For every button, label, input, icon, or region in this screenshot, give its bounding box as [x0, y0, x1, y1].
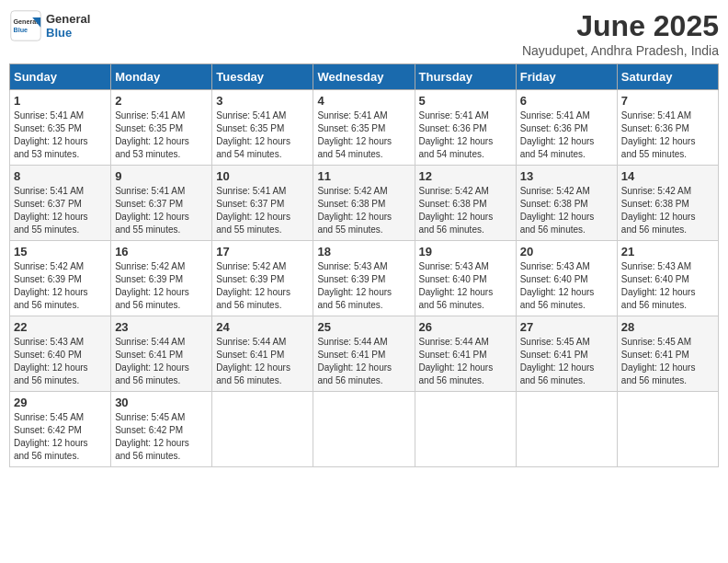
day-number: 6 — [520, 94, 613, 108]
calendar-table: SundayMondayTuesdayWednesdayThursdayFrid… — [9, 63, 719, 467]
svg-text:Blue: Blue — [14, 26, 28, 34]
calendar-cell: 29Sunrise: 5:45 AM Sunset: 6:42 PM Dayli… — [10, 392, 111, 467]
day-header: Thursday — [415, 64, 516, 90]
calendar-cell: 7Sunrise: 5:41 AM Sunset: 6:36 PM Daylig… — [617, 90, 718, 166]
day-info: Sunrise: 5:44 AM Sunset: 6:41 PM Dayligh… — [317, 336, 410, 387]
calendar-cell: 19Sunrise: 5:43 AM Sunset: 6:40 PM Dayli… — [415, 241, 516, 316]
day-header: Friday — [516, 64, 617, 90]
day-header: Monday — [111, 64, 212, 90]
day-info: Sunrise: 5:42 AM Sunset: 6:38 PM Dayligh… — [317, 185, 410, 236]
day-number: 14 — [621, 169, 714, 183]
day-header: Sunday — [10, 64, 111, 90]
calendar-cell: 13Sunrise: 5:42 AM Sunset: 6:38 PM Dayli… — [516, 166, 617, 241]
day-info: Sunrise: 5:42 AM Sunset: 6:38 PM Dayligh… — [621, 185, 714, 236]
calendar-cell: 25Sunrise: 5:44 AM Sunset: 6:41 PM Dayli… — [313, 316, 415, 392]
day-header: Tuesday — [212, 64, 313, 90]
day-info: Sunrise: 5:42 AM Sunset: 6:39 PM Dayligh… — [115, 260, 208, 312]
logo-general-text: General — [46, 12, 90, 26]
calendar-cell — [516, 392, 617, 467]
logo: General Blue General Blue — [9, 9, 90, 42]
day-header: Saturday — [617, 64, 718, 90]
calendar-cell: 6Sunrise: 5:41 AM Sunset: 6:36 PM Daylig… — [516, 90, 617, 166]
day-number: 29 — [14, 396, 107, 409]
day-info: Sunrise: 5:43 AM Sunset: 6:40 PM Dayligh… — [14, 336, 107, 387]
logo-blue-text: Blue — [46, 26, 90, 40]
main-title: June 2025 — [522, 9, 719, 43]
day-info: Sunrise: 5:41 AM Sunset: 6:37 PM Dayligh… — [216, 185, 309, 236]
day-info: Sunrise: 5:44 AM Sunset: 6:41 PM Dayligh… — [216, 336, 309, 387]
day-number: 30 — [115, 396, 208, 409]
title-block: June 2025 Nayudupet, Andhra Pradesh, Ind… — [522, 9, 719, 58]
day-info: Sunrise: 5:43 AM Sunset: 6:40 PM Dayligh… — [419, 260, 512, 312]
day-info: Sunrise: 5:41 AM Sunset: 6:35 PM Dayligh… — [14, 109, 107, 161]
calendar-cell: 18Sunrise: 5:43 AM Sunset: 6:39 PM Dayli… — [313, 241, 415, 316]
day-info: Sunrise: 5:44 AM Sunset: 6:41 PM Dayligh… — [115, 336, 208, 387]
calendar-cell: 17Sunrise: 5:42 AM Sunset: 6:39 PM Dayli… — [212, 241, 313, 316]
day-info: Sunrise: 5:41 AM Sunset: 6:36 PM Dayligh… — [419, 109, 512, 161]
day-number: 19 — [419, 245, 512, 259]
day-info: Sunrise: 5:41 AM Sunset: 6:36 PM Dayligh… — [621, 109, 714, 161]
day-info: Sunrise: 5:41 AM Sunset: 6:35 PM Dayligh… — [216, 109, 309, 161]
day-info: Sunrise: 5:45 AM Sunset: 6:41 PM Dayligh… — [621, 336, 714, 387]
day-info: Sunrise: 5:41 AM Sunset: 6:36 PM Dayligh… — [520, 109, 613, 161]
day-info: Sunrise: 5:42 AM Sunset: 6:39 PM Dayligh… — [14, 260, 107, 312]
day-number: 17 — [216, 245, 309, 259]
calendar-cell: 4Sunrise: 5:41 AM Sunset: 6:35 PM Daylig… — [313, 90, 415, 166]
sub-title: Nayudupet, Andhra Pradesh, India — [522, 43, 719, 58]
day-number: 27 — [520, 320, 613, 334]
day-number: 11 — [317, 169, 410, 183]
calendar-cell: 20Sunrise: 5:43 AM Sunset: 6:40 PM Dayli… — [516, 241, 617, 316]
day-info: Sunrise: 5:42 AM Sunset: 6:39 PM Dayligh… — [216, 260, 309, 312]
calendar-cell: 5Sunrise: 5:41 AM Sunset: 6:36 PM Daylig… — [415, 90, 516, 166]
day-number: 3 — [216, 94, 309, 108]
day-number: 1 — [14, 94, 107, 108]
calendar-cell: 11Sunrise: 5:42 AM Sunset: 6:38 PM Dayli… — [313, 166, 415, 241]
day-info: Sunrise: 5:43 AM Sunset: 6:40 PM Dayligh… — [520, 260, 613, 312]
calendar-cell: 3Sunrise: 5:41 AM Sunset: 6:35 PM Daylig… — [212, 90, 313, 166]
calendar-cell: 12Sunrise: 5:42 AM Sunset: 6:38 PM Dayli… — [415, 166, 516, 241]
day-number: 24 — [216, 320, 309, 334]
day-number: 9 — [115, 169, 208, 183]
day-number: 5 — [419, 94, 512, 108]
day-number: 10 — [216, 169, 309, 183]
calendar-cell — [617, 392, 718, 467]
calendar-cell: 23Sunrise: 5:44 AM Sunset: 6:41 PM Dayli… — [111, 316, 212, 392]
day-number: 28 — [621, 320, 714, 334]
day-info: Sunrise: 5:41 AM Sunset: 6:35 PM Dayligh… — [317, 109, 410, 161]
calendar-cell — [212, 392, 313, 467]
day-info: Sunrise: 5:42 AM Sunset: 6:38 PM Dayligh… — [520, 185, 613, 236]
day-number: 8 — [14, 169, 107, 183]
calendar-cell: 26Sunrise: 5:44 AM Sunset: 6:41 PM Dayli… — [415, 316, 516, 392]
day-info: Sunrise: 5:41 AM Sunset: 6:37 PM Dayligh… — [115, 185, 208, 236]
day-info: Sunrise: 5:45 AM Sunset: 6:42 PM Dayligh… — [14, 411, 107, 463]
day-header: Wednesday — [313, 64, 415, 90]
calendar-cell: 27Sunrise: 5:45 AM Sunset: 6:41 PM Dayli… — [516, 316, 617, 392]
day-info: Sunrise: 5:44 AM Sunset: 6:41 PM Dayligh… — [419, 336, 512, 387]
logo-icon: General Blue — [9, 9, 42, 42]
day-number: 26 — [419, 320, 512, 334]
calendar-cell: 14Sunrise: 5:42 AM Sunset: 6:38 PM Dayli… — [617, 166, 718, 241]
day-info: Sunrise: 5:41 AM Sunset: 6:37 PM Dayligh… — [14, 185, 107, 236]
calendar-cell: 22Sunrise: 5:43 AM Sunset: 6:40 PM Dayli… — [10, 316, 111, 392]
day-number: 4 — [317, 94, 410, 108]
header: General Blue General Blue June 2025 Nayu… — [9, 9, 719, 58]
day-number: 22 — [14, 320, 107, 334]
day-number: 16 — [115, 245, 208, 259]
day-number: 25 — [317, 320, 410, 334]
calendar-cell: 30Sunrise: 5:45 AM Sunset: 6:42 PM Dayli… — [111, 392, 212, 467]
calendar-cell: 2Sunrise: 5:41 AM Sunset: 6:35 PM Daylig… — [111, 90, 212, 166]
day-number: 18 — [317, 245, 410, 259]
day-info: Sunrise: 5:43 AM Sunset: 6:39 PM Dayligh… — [317, 260, 410, 312]
calendar-cell: 1Sunrise: 5:41 AM Sunset: 6:35 PM Daylig… — [10, 90, 111, 166]
day-info: Sunrise: 5:43 AM Sunset: 6:40 PM Dayligh… — [621, 260, 714, 312]
calendar-cell: 21Sunrise: 5:43 AM Sunset: 6:40 PM Dayli… — [617, 241, 718, 316]
calendar-cell: 28Sunrise: 5:45 AM Sunset: 6:41 PM Dayli… — [617, 316, 718, 392]
day-number: 13 — [520, 169, 613, 183]
calendar-cell: 10Sunrise: 5:41 AM Sunset: 6:37 PM Dayli… — [212, 166, 313, 241]
calendar-cell — [415, 392, 516, 467]
day-number: 2 — [115, 94, 208, 108]
day-info: Sunrise: 5:45 AM Sunset: 6:42 PM Dayligh… — [115, 411, 208, 463]
day-number: 20 — [520, 245, 613, 259]
calendar-cell: 24Sunrise: 5:44 AM Sunset: 6:41 PM Dayli… — [212, 316, 313, 392]
calendar-cell: 9Sunrise: 5:41 AM Sunset: 6:37 PM Daylig… — [111, 166, 212, 241]
